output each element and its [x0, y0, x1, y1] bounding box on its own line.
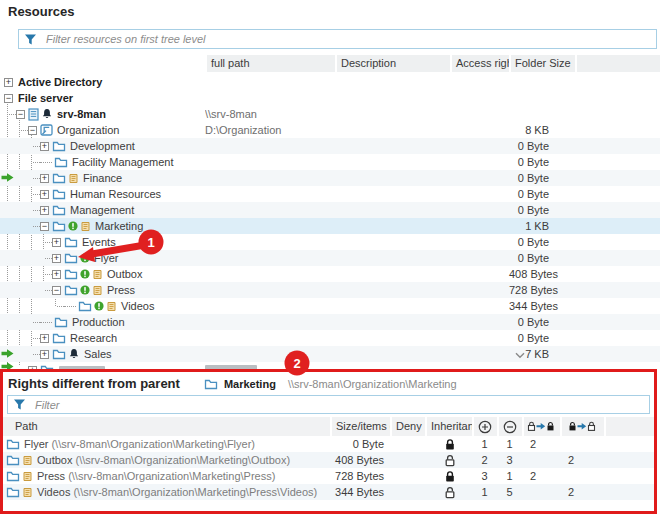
changed-to-locked-count-cell: 2: [522, 468, 560, 484]
expand-icon[interactable]: +: [40, 142, 49, 151]
size-cell: 344 Bytes: [330, 484, 390, 500]
inheritance-cell: [425, 454, 472, 467]
expand-icon[interactable]: +: [52, 238, 61, 247]
expand-icon[interactable]: +: [40, 350, 49, 359]
lock-closed-icon: [444, 470, 456, 483]
rights-table: Flyer(\\srv-8man\Organization\Marketing\…: [3, 436, 654, 500]
folder-icon: [6, 470, 20, 482]
tree-row[interactable]: Facility Management0 Byte: [0, 154, 660, 170]
rights-item-path: (\\srv-8man\Organization\Marketing\Press…: [73, 484, 317, 500]
folder-icon: [52, 220, 66, 232]
tree-row[interactable]: +Research0 Byte: [0, 330, 660, 346]
lock-closed-icon: [444, 438, 456, 451]
added-count-cell: 2: [472, 452, 497, 468]
tree-item-label: Development: [70, 138, 135, 154]
expand-icon[interactable]: +: [40, 190, 49, 199]
collapse-icon[interactable]: −: [28, 126, 37, 135]
rights-item-path: (\\srv-8man\Organization\Marketing\Press…: [68, 468, 275, 484]
tree-row[interactable]: +Active Directory: [0, 74, 660, 90]
tree-row[interactable]: −Press728 Bytes: [0, 282, 660, 298]
column-header-path[interactable]: Path: [3, 417, 330, 436]
collapse-icon[interactable]: −: [4, 94, 13, 103]
filter-funnel-icon: [24, 33, 37, 46]
collapse-icon[interactable]: −: [40, 222, 49, 231]
tree-row-clipped[interactable]: +: [0, 362, 660, 369]
tree-row[interactable]: −Marketing1 KB: [0, 218, 660, 234]
tree-item-label: Flyer: [94, 250, 118, 266]
folder-icon: [6, 454, 20, 466]
expand-icon[interactable]: +: [52, 254, 61, 263]
added-count-cell: 3: [472, 468, 497, 484]
tree-row[interactable]: +Management0 Byte: [0, 202, 660, 218]
rights-item-path: (\\srv-8man\Organization\Marketing\Outbo…: [75, 452, 290, 468]
expand-icon[interactable]: +: [52, 270, 61, 279]
folder-size-cell: 0 Byte: [509, 170, 575, 186]
tree-item-label: Marketing: [95, 218, 143, 234]
purpose-scroll-icon: [22, 455, 33, 466]
purpose-scroll-icon: [106, 301, 117, 312]
tree-item-label: Outbox: [107, 266, 142, 282]
column-header-description[interactable]: Description: [335, 55, 450, 72]
column-header-deny[interactable]: Deny: [390, 417, 425, 436]
resources-filter-input[interactable]: Filter resources on first tree level: [18, 29, 657, 49]
tree-column-spacer: [0, 55, 205, 72]
tree-item-label: Finance: [83, 170, 122, 186]
size-cell: 728 Bytes: [330, 468, 390, 484]
column-header-size-items[interactable]: Size/items c: [330, 417, 390, 436]
folder-size-cell: 0 Byte: [509, 330, 575, 346]
page-title: Resources: [8, 4, 74, 19]
expand-icon[interactable]: +: [40, 206, 49, 215]
rights-row[interactable]: Press(\\srv-8man\Organization\Marketing\…: [3, 468, 654, 484]
added-count-cell: 1: [472, 436, 497, 452]
purpose-scroll-icon: [22, 487, 33, 498]
expand-icon[interactable]: +: [40, 334, 49, 343]
alert-badge-icon: [68, 221, 78, 231]
tree-row[interactable]: Videos344 Bytes: [0, 298, 660, 314]
inheritance-cell: [425, 438, 472, 451]
folder-size-cell: 0 Byte: [509, 154, 575, 170]
rights-row[interactable]: Outbox(\\srv-8man\Organization\Marketing…: [3, 452, 654, 468]
column-header-filler: [575, 55, 660, 72]
rights-filter-input[interactable]: Filter: [7, 395, 650, 414]
column-header-filler: [604, 417, 654, 436]
column-header-folder-size[interactable]: Folder Size: [509, 55, 575, 72]
tree-row[interactable]: Production0 Byte: [0, 314, 660, 330]
column-header-minus-circle-icon[interactable]: [497, 417, 522, 436]
tree-item-label: Facility Management: [72, 154, 174, 170]
column-header-inheritance[interactable]: Inheritance: [425, 417, 472, 436]
removed-count-cell: 3: [497, 452, 522, 468]
rights-row[interactable]: Flyer(\\srv-8man\Organization\Marketing\…: [3, 436, 654, 452]
collapse-icon[interactable]: −: [16, 110, 25, 119]
purpose-scroll-icon: [22, 471, 33, 482]
column-header-full-path[interactable]: full path: [205, 55, 335, 72]
tree-row[interactable]: +Events0 Byte: [0, 234, 660, 250]
column-header-lock-open-to-locked-icon[interactable]: [522, 417, 560, 436]
tree-row[interactable]: +Development0 Byte: [0, 138, 660, 154]
chevron-down-icon: [515, 349, 525, 361]
column-header-lock-locked-to-open-icon[interactable]: [560, 417, 604, 436]
rights-row[interactable]: Videos(\\srv-8man\Organization\Marketing…: [3, 484, 654, 500]
tree-row[interactable]: −File server: [0, 90, 660, 106]
tree-row[interactable]: +Flyer0 Byte: [0, 250, 660, 266]
folder-icon: [52, 172, 66, 184]
tree-item-label: Press: [107, 282, 135, 298]
tree-row[interactable]: −srv-8man\\srv-8man: [0, 106, 660, 122]
tree-row[interactable]: +Sales7 KB: [0, 346, 660, 362]
expand-icon[interactable]: +: [4, 78, 13, 87]
tree-row[interactable]: +Finance0 Byte: [0, 170, 660, 186]
folder-icon: [64, 284, 78, 296]
removed-count-cell: 1: [497, 436, 522, 452]
tree-row[interactable]: −OrganizationD:\Organization8 KB: [0, 122, 660, 138]
column-header-plus-circle-icon[interactable]: [472, 417, 497, 436]
collapse-icon[interactable]: −: [52, 286, 61, 295]
share-icon: [40, 124, 53, 136]
tree-row[interactable]: +Outbox408 Bytes: [0, 266, 660, 282]
expand-icon[interactable]: +: [40, 174, 49, 183]
folder-size-cell: 0 Byte: [509, 186, 575, 202]
tree-row[interactable]: +Human Resources0 Byte: [0, 186, 660, 202]
folder-size-cell: 8 KB: [509, 122, 575, 138]
column-header-access-rights[interactable]: Access rights: [450, 55, 509, 72]
folder-icon: [64, 236, 78, 248]
size-cell: 0 Byte: [330, 436, 390, 452]
tree-column-headers: full path Description Access rights Fold…: [0, 55, 660, 72]
